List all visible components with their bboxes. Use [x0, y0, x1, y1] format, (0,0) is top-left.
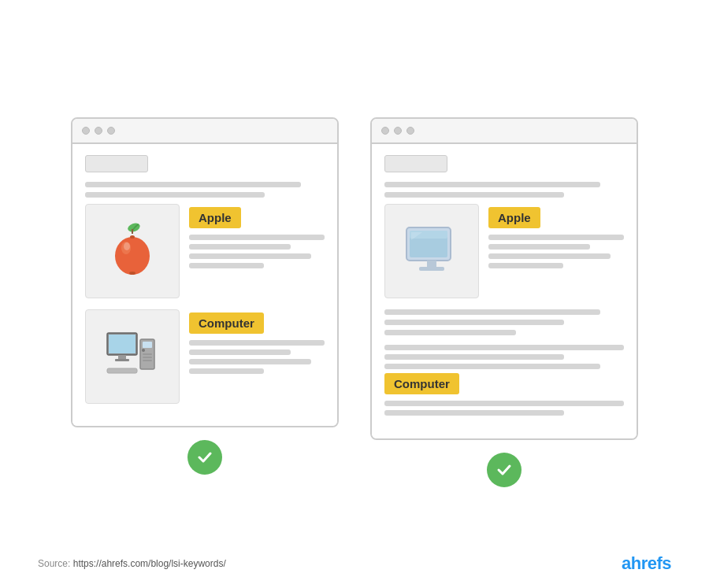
dot-2: [95, 127, 102, 135]
svg-point-0: [127, 221, 141, 233]
dot-4: [381, 127, 389, 135]
left-browser-titlebar: [72, 119, 337, 144]
svg-rect-22: [419, 267, 444, 271]
left-check-circle: [187, 440, 222, 475]
line: [189, 253, 311, 259]
source-url: https://ahrefs.com/blog/lsi-keywords/: [73, 558, 226, 569]
right-checkmark-container: [487, 453, 522, 487]
line: [384, 309, 600, 315]
left-search-bar: [85, 155, 148, 172]
right-card-computer-content: Computer: [384, 342, 624, 420]
line: [384, 354, 564, 360]
svg-point-5: [130, 235, 135, 239]
line: [384, 345, 624, 350]
svg-rect-8: [109, 335, 135, 353]
line: [488, 263, 563, 268]
right-card-apple: Apple: [384, 204, 624, 298]
line: [488, 235, 624, 240]
svg-point-2: [115, 237, 150, 275]
svg-rect-14: [143, 353, 152, 355]
line: [384, 320, 564, 325]
left-column: Apple: [71, 117, 339, 475]
svg-point-6: [124, 242, 130, 250]
apple-fruit-image: [85, 204, 180, 298]
line: [189, 244, 291, 250]
line: [384, 182, 600, 187]
line: [384, 192, 564, 198]
right-check-circle: [487, 453, 522, 487]
svg-rect-17: [107, 368, 137, 373]
left-browser-body: Apple: [72, 144, 337, 426]
line: [189, 340, 325, 346]
svg-rect-21: [427, 261, 436, 267]
source-label: Source:: [38, 558, 70, 569]
line: [189, 263, 264, 268]
ahrefs-logo: ahrefs: [622, 553, 671, 574]
left-card-computer-content: Computer: [189, 309, 325, 378]
svg-point-13: [142, 349, 145, 352]
right-column: Apple Comp: [370, 117, 638, 487]
line: [189, 235, 325, 240]
left-checkmark-container: [187, 440, 222, 475]
line: [384, 364, 600, 369]
svg-rect-16: [143, 360, 152, 361]
right-card-apple-content: Apple: [488, 204, 624, 272]
line: [488, 244, 590, 250]
apple-label-left: Apple: [189, 207, 241, 228]
line: [384, 410, 564, 416]
line: [85, 182, 301, 187]
line: [189, 359, 311, 364]
computer-label-left: Computer: [189, 312, 264, 334]
main-content: Apple: [71, 117, 638, 487]
svg-rect-9: [118, 355, 126, 359]
line: [85, 192, 265, 198]
dot-3: [107, 127, 115, 135]
right-browser-body: Apple Comp: [372, 144, 637, 438]
imac-image: [384, 204, 479, 298]
svg-point-4: [129, 272, 135, 275]
left-browser-window: Apple: [71, 117, 339, 427]
left-card-apple-content: Apple: [189, 204, 325, 272]
dot-1: [82, 127, 90, 135]
right-browser-titlebar: [372, 119, 637, 144]
line: [384, 401, 624, 406]
line: [488, 253, 611, 259]
line: [189, 368, 264, 374]
right-browser-window: Apple Comp: [370, 117, 638, 440]
dot-5: [394, 127, 402, 135]
source-text: Source: https://ahrefs.com/blog/lsi-keyw…: [38, 558, 226, 569]
right-search-bar: [384, 155, 447, 172]
brand-name: ahrefs: [622, 553, 671, 573]
left-card-computer: Computer: [85, 309, 325, 404]
svg-rect-15: [143, 357, 152, 358]
desktop-computer-image: [85, 309, 180, 404]
line: [189, 349, 291, 355]
footer: Source: https://ahrefs.com/blog/lsi-keyw…: [0, 553, 709, 574]
dot-6: [406, 127, 414, 135]
computer-label-right: Computer: [384, 373, 459, 394]
line: [384, 330, 516, 335]
apple-label-right: Apple: [488, 207, 540, 228]
left-card-apple: Apple: [85, 204, 325, 298]
svg-rect-12: [143, 342, 152, 348]
svg-rect-10: [115, 359, 129, 361]
